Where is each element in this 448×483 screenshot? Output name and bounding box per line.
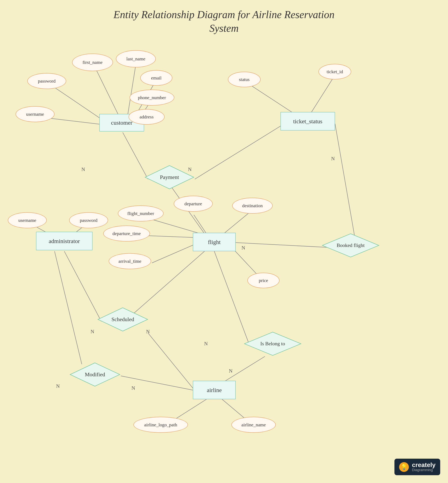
watermark: 💡 creately Diagramming	[394, 459, 440, 475]
attr-arrival-time: arrival_time	[109, 253, 151, 269]
svg-line-17	[152, 244, 197, 263]
svg-line-14	[194, 215, 207, 234]
attr-ticket-id: ticket_id	[319, 64, 351, 79]
n-label-5: N	[91, 329, 94, 335]
entity-airline: airline	[193, 381, 236, 399]
relationship-payment: Payment	[144, 165, 195, 190]
relationship-booked-flight: Booked flight	[321, 233, 380, 258]
attr-password-cust: password	[27, 73, 66, 89]
relationship-scheduled: Scheduled	[97, 307, 149, 332]
svg-line-5	[50, 84, 105, 122]
attr-flight-number: flight_number	[118, 206, 164, 222]
svg-line-10	[245, 82, 296, 115]
svg-line-30	[148, 333, 195, 390]
entity-ticket-status: ticket_status	[280, 112, 335, 130]
watermark-brand: creately	[412, 462, 436, 468]
svg-line-11	[335, 124, 354, 236]
attr-departure-time: departure_time	[103, 226, 150, 241]
n-label-8: N	[229, 368, 232, 374]
attr-username-cust: username	[16, 106, 55, 122]
n-label-4: N	[241, 245, 245, 251]
svg-line-21	[214, 251, 249, 345]
attr-email: email	[140, 70, 172, 86]
entity-administrator: administrator	[36, 232, 93, 250]
svg-line-25	[55, 251, 82, 364]
attr-departure: departure	[174, 196, 213, 212]
attr-phone-number: phone_number	[129, 90, 174, 106]
n-label-9: N	[56, 383, 60, 389]
attr-password-admin: password	[69, 212, 108, 228]
n-label-6: N	[146, 329, 150, 335]
attr-destination: destination	[232, 198, 273, 214]
svg-line-16	[147, 236, 197, 238]
attr-price: price	[247, 273, 280, 288]
diagram-title: Entity Relationship Diagram for Airline …	[0, 8, 448, 35]
n-label-3: N	[331, 156, 335, 162]
n-label-1: N	[81, 166, 85, 172]
n-label-10: N	[131, 385, 135, 391]
svg-line-24	[64, 251, 101, 321]
relationship-modified: Modified	[69, 362, 121, 387]
n-label-2: N	[188, 166, 192, 172]
relationship-is-belong-to: Is Belong to	[243, 331, 302, 356]
watermark-icon: 💡	[399, 462, 409, 472]
entity-flight: flight	[193, 233, 236, 251]
attr-airline-logo-path: airline_logo_path	[133, 417, 188, 433]
watermark-sub: Diagramming	[412, 468, 436, 472]
n-label-7: N	[204, 341, 208, 347]
attr-status: status	[228, 72, 261, 87]
attr-last-name: last_name	[116, 50, 156, 67]
attr-first-name: first_name	[72, 54, 113, 71]
attr-username-admin: username	[8, 212, 47, 228]
svg-line-8	[195, 124, 284, 179]
attr-address: address	[128, 109, 165, 125]
attr-airline-name: airline_name	[232, 417, 276, 433]
svg-line-19	[234, 243, 327, 247]
svg-line-9	[310, 75, 335, 115]
